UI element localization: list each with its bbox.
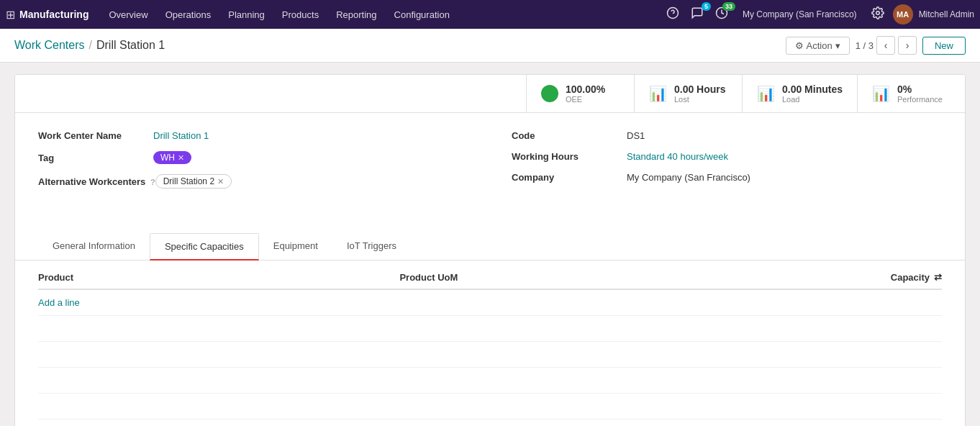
tag-badge: WH ✕ <box>153 151 191 164</box>
breadcrumb-bar: Work Centers / Drill Station 1 ⚙ Action … <box>0 29 980 63</box>
lost-chart-icon: 📊 <box>649 85 667 102</box>
activity-badge: 33 <box>722 2 735 11</box>
add-line[interactable]: Add a line <box>38 290 80 315</box>
chevron-down-icon: ▾ <box>835 40 840 51</box>
working-hours-label: Working Hours <box>512 151 627 162</box>
company-value[interactable]: My Company (San Francisco) <box>627 172 750 183</box>
form-body: Work Center Name Drill Station 1 Tag WH … <box>15 113 965 227</box>
table-header: Product Product UoM Capacity ⇄ <box>38 266 942 290</box>
empty-rows <box>38 315 942 420</box>
stats-bar: 100.00% OEE 📊 0.00 Hours Lost 📊 0.00 Min… <box>15 75 965 113</box>
action-label: Action <box>807 40 832 51</box>
load-label: Load <box>782 95 843 104</box>
empty-row-3 <box>38 368 942 394</box>
field-alt-workcenters: Alternative Workcenters ? Drill Station … <box>38 174 468 189</box>
empty-row-1 <box>38 316 942 342</box>
code-label: Code <box>512 130 627 141</box>
tab-equipment[interactable]: Equipment <box>259 233 332 260</box>
stat-load[interactable]: 📊 0.00 Minutes Load <box>742 75 857 112</box>
alt-workcenter-remove-icon[interactable]: ✕ <box>217 177 224 186</box>
work-center-name-label: Work Center Name <box>38 130 153 141</box>
field-code: Code DS1 <box>512 130 942 141</box>
working-hours-value[interactable]: Standard 40 hours/week <box>627 151 728 162</box>
support-icon[interactable] <box>663 6 682 22</box>
col-capacity-header: Capacity ⇄ <box>761 272 942 283</box>
avatar[interactable]: MA <box>893 4 913 24</box>
nav-reporting[interactable]: Reporting <box>327 0 385 29</box>
oee-label: OEE <box>566 95 605 104</box>
stat-oee[interactable]: 100.00% OEE <box>526 75 634 112</box>
app-name: Manufacturing <box>19 9 89 20</box>
load-value: 0.00 Minutes <box>782 83 843 95</box>
breadcrumb-parent[interactable]: Work Centers <box>14 39 85 52</box>
alt-workcenter-label: Alternative Workcenters ? <box>38 176 155 187</box>
gear-icon: ⚙ <box>795 40 804 51</box>
breadcrumb-actions: ⚙ Action ▾ 1 / 3 ‹ › New <box>786 36 966 55</box>
field-work-center-name: Work Center Name Drill Station 1 <box>38 130 468 141</box>
lost-label: Lost <box>674 95 726 104</box>
tab-general-information[interactable]: General Information <box>38 233 150 260</box>
app-grid-icon[interactable]: ⊞ <box>6 8 15 22</box>
load-chart-icon: 📊 <box>757 85 775 102</box>
tag-remove-icon[interactable]: ✕ <box>178 153 184 163</box>
nav-products[interactable]: Products <box>273 0 327 29</box>
pager-text: 1 / 3 <box>856 40 874 51</box>
company-name: My Company (San Francisco) <box>743 9 857 19</box>
form-col-right: Code DS1 Working Hours Standard 40 hours… <box>512 130 942 199</box>
tag-label: Tag <box>38 153 153 163</box>
tab-specific-capacities[interactable]: Specific Capacities <box>150 233 259 260</box>
stat-performance[interactable]: 📊 0% Performance <box>857 75 965 112</box>
oee-value: 100.00% <box>566 83 605 95</box>
form-col-left: Work Center Name Drill Station 1 Tag WH … <box>38 130 468 199</box>
col-uom-header: Product UoM <box>399 272 761 283</box>
tab-iot-triggers[interactable]: IoT Triggers <box>332 233 411 260</box>
form-row-main: Work Center Name Drill Station 1 Tag WH … <box>38 130 942 199</box>
work-center-name-value[interactable]: Drill Station 1 <box>153 130 209 141</box>
tabs-row: General Information Specific Capacities … <box>15 233 965 260</box>
perf-label: Performance <box>897 95 943 104</box>
nav-operations[interactable]: Operations <box>157 0 220 29</box>
breadcrumb: Work Centers / Drill Station 1 <box>14 39 165 52</box>
chat-icon[interactable]: 5 <box>688 6 707 22</box>
alt-workcenter-value: Drill Station 2 <box>163 176 214 186</box>
chat-badge: 5 <box>702 2 711 11</box>
perf-chart-icon: 📊 <box>872 85 890 102</box>
empty-row-2 <box>38 342 942 368</box>
capacity-sort-icon[interactable]: ⇄ <box>934 272 942 283</box>
pager: 1 / 3 ‹ › <box>856 36 917 55</box>
perf-value: 0% <box>897 83 943 95</box>
user-name: Mitchell Admin <box>919 9 974 19</box>
action-button[interactable]: ⚙ Action ▾ <box>786 37 850 55</box>
nav-configuration[interactable]: Configuration <box>386 0 458 29</box>
company-label: Company <box>512 172 627 183</box>
settings-icon[interactable] <box>868 6 887 22</box>
code-value[interactable]: DS1 <box>627 130 645 141</box>
empty-row-4 <box>38 394 942 420</box>
field-working-hours: Working Hours Standard 40 hours/week <box>512 151 942 162</box>
nav-planning[interactable]: Planning <box>219 0 273 29</box>
breadcrumb-separator: / <box>89 39 92 52</box>
alt-workcenter-help-icon[interactable]: ? <box>150 178 155 186</box>
top-navigation: ⊞ Manufacturing Overview Operations Plan… <box>0 0 980 29</box>
pager-next-button[interactable]: › <box>898 36 917 55</box>
nav-overview[interactable]: Overview <box>100 0 156 29</box>
new-button[interactable]: New <box>922 37 966 55</box>
main-content: 100.00% OEE 📊 0.00 Hours Lost 📊 0.00 Min… <box>0 63 980 426</box>
activity-icon[interactable]: 33 <box>712 6 731 22</box>
svg-point-3 <box>876 12 879 15</box>
alt-workcenter-badge: Drill Station 2 ✕ <box>155 174 232 189</box>
stat-lost[interactable]: 📊 0.00 Hours Lost <box>634 75 742 112</box>
form-card: 100.00% OEE 📊 0.00 Hours Lost 📊 0.00 Min… <box>14 74 966 426</box>
breadcrumb-current: Drill Station 1 <box>96 39 165 52</box>
field-company: Company My Company (San Francisco) <box>512 172 942 183</box>
pager-prev-button[interactable]: ‹ <box>876 36 895 55</box>
tag-value: WH <box>160 153 175 163</box>
lost-value: 0.00 Hours <box>674 83 726 95</box>
table-section: Product Product UoM Capacity ⇄ Add a lin… <box>15 266 965 426</box>
col-product-header: Product <box>38 272 399 283</box>
oee-chart-icon <box>541 85 558 102</box>
field-tag: Tag WH ✕ <box>38 151 468 164</box>
